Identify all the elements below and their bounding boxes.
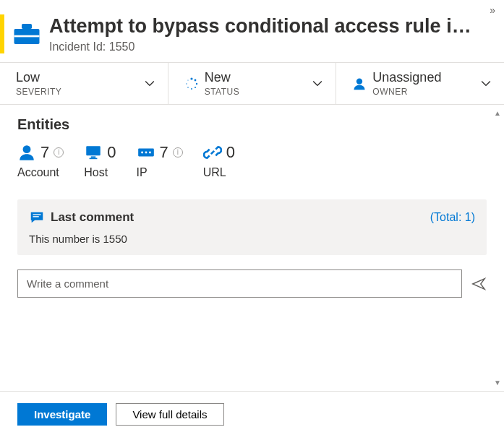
svg-point-7	[191, 88, 192, 90]
info-icon[interactable]: i	[173, 147, 183, 158]
last-comment-label: Last comment	[51, 210, 134, 225]
entity-label: Host	[84, 166, 108, 179]
link-icon	[203, 143, 222, 162]
collapse-icon[interactable]: »	[490, 4, 495, 16]
incident-title: Attempt to bypass conditional access rul…	[49, 14, 471, 38]
view-full-details-button[interactable]: View full details	[116, 403, 223, 426]
svg-rect-1	[22, 24, 32, 29]
entities-heading: Entities	[17, 116, 487, 133]
entity-url[interactable]: 0URL	[203, 143, 235, 179]
status-spinner-icon	[184, 77, 199, 91]
last-comment-text: This number is 1550	[29, 233, 475, 245]
entity-count: 0	[107, 143, 116, 162]
investigate-button[interactable]: Investigate	[17, 403, 107, 426]
send-icon[interactable]	[471, 276, 487, 292]
svg-point-18	[145, 152, 147, 154]
chevron-down-icon	[145, 79, 155, 89]
entity-count: 7	[160, 143, 168, 162]
status-dropdown[interactable]: New STATUS	[168, 63, 337, 104]
body-scroll[interactable]: ▲ Entities 7iAccount0Host7iIP0URL Last c…	[0, 105, 504, 391]
svg-point-9	[186, 83, 187, 84]
severity-bar	[0, 14, 4, 53]
svg-rect-13	[87, 147, 101, 156]
svg-point-5	[195, 83, 197, 85]
entity-count: 7	[40, 143, 49, 162]
briefcase-icon	[12, 19, 42, 49]
info-icon[interactable]: i	[54, 147, 64, 158]
svg-rect-2	[14, 35, 40, 38]
svg-rect-21	[33, 217, 39, 217]
chevron-down-icon	[481, 79, 491, 89]
svg-point-17	[141, 152, 143, 154]
entities-row: 7iAccount0Host7iIP0URL	[17, 143, 487, 179]
entity-host[interactable]: 0Host	[84, 143, 116, 179]
footer: Investigate View full details	[0, 391, 504, 440]
entity-count: 0	[226, 143, 235, 162]
svg-point-11	[356, 78, 362, 84]
chevron-down-icon	[312, 79, 323, 89]
entity-label: URL	[203, 166, 226, 179]
incident-subtitle: Incident Id: 1550	[49, 40, 471, 53]
severity-dropdown[interactable]: Low SEVERITY	[0, 63, 168, 104]
comment-icon	[29, 210, 45, 225]
user-icon	[352, 77, 367, 91]
svg-rect-14	[91, 157, 96, 158]
svg-point-8	[187, 87, 189, 88]
incident-header: Attempt to bypass conditional access rul…	[0, 0, 504, 62]
entity-account[interactable]: 7iAccount	[17, 143, 64, 179]
svg-rect-15	[90, 158, 98, 160]
monitor-icon	[84, 143, 103, 162]
svg-rect-20	[33, 215, 41, 215]
meta-bar: Low SEVERITY New STATUS Unassigned	[0, 63, 504, 104]
entity-label: IP	[137, 166, 148, 179]
scroll-down-arrow[interactable]: ▼	[494, 379, 501, 387]
svg-point-4	[194, 79, 196, 81]
svg-point-3	[190, 77, 192, 79]
scroll-up-arrow[interactable]: ▲	[494, 109, 501, 117]
comment-input[interactable]	[17, 269, 462, 298]
entity-ip[interactable]: 7iIP	[137, 143, 183, 179]
ip-icon	[137, 143, 155, 162]
last-comment-card: Last comment (Total: 1) This number is 1…	[17, 199, 487, 255]
owner-dropdown[interactable]: Unassigned OWNER	[336, 63, 504, 104]
svg-point-19	[149, 152, 151, 154]
entity-label: Account	[17, 166, 59, 179]
svg-point-12	[23, 146, 31, 154]
svg-point-10	[187, 79, 188, 80]
user-icon	[17, 143, 36, 162]
comments-total[interactable]: (Total: 1)	[430, 211, 475, 224]
svg-point-6	[195, 87, 196, 88]
